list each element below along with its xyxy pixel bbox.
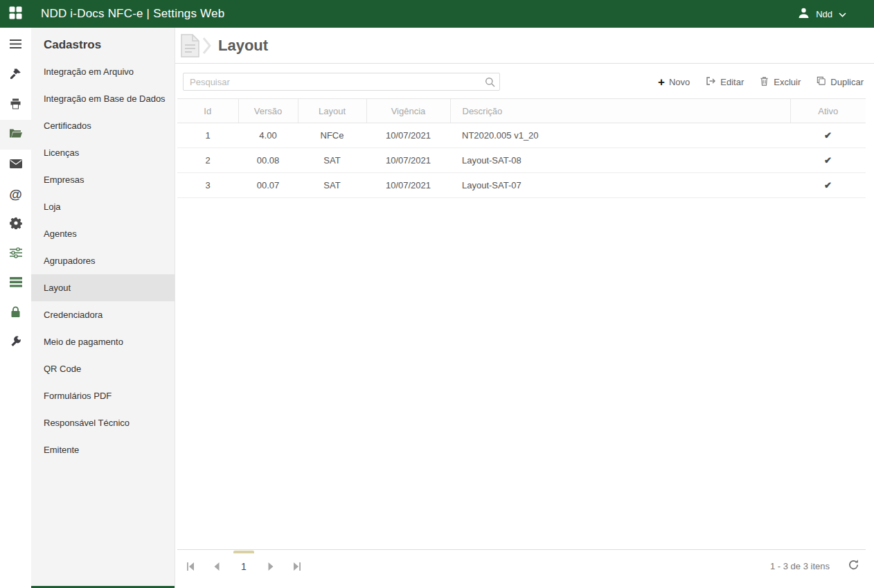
refresh-icon[interactable] [848, 559, 859, 573]
topbar: NDD i-Docs NFC-e | Settings Web Ndd [0, 0, 874, 28]
user-icon [798, 7, 810, 21]
rail-item-layers[interactable] [0, 269, 31, 299]
document-page-icon [179, 33, 202, 58]
icon-rail: @ [0, 28, 31, 588]
rail-item-at[interactable]: @ [0, 179, 31, 209]
app-title: NDD i-Docs NFC-e | Settings Web [41, 7, 224, 21]
sidebar-title: Cadastros [31, 28, 175, 58]
column-header-id: Id [177, 99, 238, 123]
current-page-indicator [233, 551, 254, 553]
search-input[interactable] [183, 73, 500, 91]
cell-ativo: ✔ [790, 173, 866, 198]
pager-next-button[interactable] [262, 562, 279, 571]
cell-versao: 00.07 [238, 173, 298, 198]
cell-id: 2 [177, 148, 238, 173]
tools-icon [10, 68, 21, 82]
sidebar-item-responsavel-tecnico[interactable]: Responsável Técnico [31, 409, 175, 436]
search-box [183, 73, 500, 91]
rail-item-mail[interactable] [0, 150, 31, 179]
cell-descricao: NT2020.005 v1_20 [450, 123, 790, 148]
rail-item-sliders[interactable] [0, 239, 31, 269]
sidebar-item-integracao-em-arquivo[interactable]: Integração em Arquivo [31, 58, 175, 85]
rail-item-folder-cadastros[interactable] [0, 120, 31, 150]
cell-descricao: Layout-SAT-08 [450, 148, 790, 173]
sidebar-item-emitente[interactable]: Emitente [31, 436, 175, 463]
sidebar-item-qr-code[interactable]: QR Code [31, 355, 175, 382]
user-menu[interactable]: Ndd [798, 7, 846, 21]
editar-label: Editar [720, 77, 744, 87]
sidebar-item-licencas[interactable]: Licenças [31, 139, 175, 166]
sidebar-item-loja[interactable]: Loja [31, 193, 175, 220]
pager-previous-button[interactable] [208, 562, 225, 571]
active-check-icon: ✔ [824, 155, 832, 166]
printer-icon [10, 98, 21, 112]
sidebar-item-certificados[interactable]: Certificados [31, 112, 175, 139]
search-icon[interactable] [485, 77, 495, 90]
folder-open-icon [9, 128, 22, 141]
cell-vigencia: 10/07/2021 [366, 123, 450, 148]
grid-toolbar: + Novo Editar Excluir Duplicar [658, 75, 864, 89]
breadcrumb-chevron-icon [202, 37, 212, 55]
rail-item-menu[interactable] [0, 30, 31, 60]
gear-icon [10, 217, 22, 232]
user-name: Ndd [816, 9, 832, 19]
active-check-icon: ✔ [824, 180, 832, 190]
sidebar-item-agrupadores[interactable]: Agrupadores [31, 247, 175, 274]
wrench-icon [10, 336, 21, 350]
layout-grid: Id Versão Layout Vigência Descrição Ativ… [177, 98, 866, 198]
novo-label: Novo [669, 77, 690, 87]
sidebar-item-agentes[interactable]: Agentes [31, 220, 175, 247]
cell-vigencia: 10/07/2021 [366, 148, 450, 173]
rail-item-tools[interactable] [0, 60, 31, 90]
sidebar: Cadastros Integração em Arquivo Integraç… [31, 28, 175, 588]
cell-ativo: ✔ [790, 123, 866, 148]
rail-item-lock[interactable] [0, 299, 31, 328]
grid-pager: 1 1 - 3 de 3 itens [177, 549, 866, 582]
excluir-button[interactable]: Excluir [759, 75, 801, 89]
at-sign-icon: @ [9, 187, 22, 202]
cell-id: 3 [177, 173, 238, 198]
sidebar-item-meio-de-pagamento[interactable]: Meio de pagamento [31, 328, 175, 355]
rail-item-printer[interactable] [0, 90, 31, 120]
cell-id: 1 [177, 123, 238, 148]
duplicar-label: Duplicar [830, 77, 864, 87]
column-header-descricao: Descrição [450, 99, 790, 123]
table-row[interactable]: 3 00.07 SAT 10/07/2021 Layout-SAT-07 ✔ [177, 173, 866, 198]
excluir-label: Excluir [774, 77, 801, 87]
plus-icon: + [658, 78, 665, 87]
novo-button[interactable]: + Novo [658, 77, 690, 87]
rail-item-settings[interactable] [0, 209, 31, 239]
layers-icon [10, 277, 22, 290]
column-header-layout: Layout [298, 99, 366, 123]
sidebar-item-empresas[interactable]: Empresas [31, 166, 175, 193]
sidebar-item-layout[interactable]: Layout [31, 274, 175, 301]
cell-ativo: ✔ [790, 148, 866, 173]
cell-versao: 4.00 [238, 123, 298, 148]
sidebar-item-integracao-em-base-de-dados[interactable]: Integração em Base de Dados [31, 85, 175, 112]
page-title: Layout [218, 37, 268, 55]
pager-current-page[interactable]: 1 [233, 561, 254, 572]
menu-icon [9, 39, 22, 52]
edit-export-icon [705, 75, 716, 89]
sidebar-item-formularios-pdf[interactable]: Formulários PDF [31, 382, 175, 409]
cell-descricao: Layout-SAT-07 [450, 173, 790, 198]
rail-item-wrench[interactable] [0, 328, 31, 358]
table-row[interactable]: 2 00.08 SAT 10/07/2021 Layout-SAT-08 ✔ [177, 148, 866, 173]
editar-button[interactable]: Editar [705, 75, 744, 89]
apps-grid-icon [9, 6, 22, 22]
table-row[interactable]: 1 4.00 NFCe 10/07/2021 NT2020.005 v1_20 … [177, 123, 866, 148]
pager-first-button[interactable] [182, 562, 199, 571]
pager-last-button[interactable] [289, 562, 305, 571]
cell-layout: SAT [298, 173, 366, 198]
page-header: Layout [175, 28, 874, 64]
sidebar-item-credenciadora[interactable]: Credenciadora [31, 301, 175, 328]
duplicate-icon [816, 75, 826, 88]
trash-icon [759, 75, 769, 89]
pager-info: 1 - 3 de 3 itens [770, 561, 830, 571]
cell-versao: 00.08 [238, 148, 298, 173]
mail-icon [10, 159, 22, 171]
apps-grid-button[interactable] [0, 0, 31, 28]
chevron-down-icon [839, 8, 846, 20]
cell-layout: SAT [298, 148, 366, 173]
duplicar-button[interactable]: Duplicar [816, 75, 864, 88]
